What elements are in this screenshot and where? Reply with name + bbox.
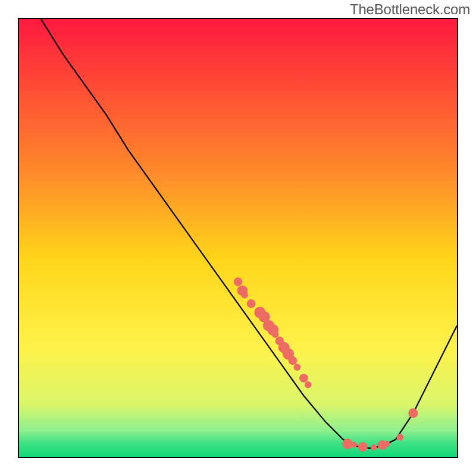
data-point — [371, 444, 377, 450]
data-point — [272, 331, 279, 338]
watermark-label: TheBottleneck.com — [350, 1, 470, 18]
plot-area — [18, 18, 458, 458]
data-point — [234, 277, 243, 286]
data-point — [408, 408, 418, 418]
data-point — [384, 441, 390, 447]
data-point — [351, 441, 357, 447]
data-point — [299, 374, 308, 383]
data-point — [396, 434, 403, 441]
data-point — [358, 442, 368, 452]
data-point — [241, 292, 248, 299]
data-point — [289, 356, 298, 365]
chart-container: TheBottleneck.com — [0, 0, 476, 476]
chart-svg — [19, 19, 457, 457]
data-point — [305, 381, 312, 389]
data-point — [247, 299, 256, 308]
data-point — [293, 364, 300, 371]
